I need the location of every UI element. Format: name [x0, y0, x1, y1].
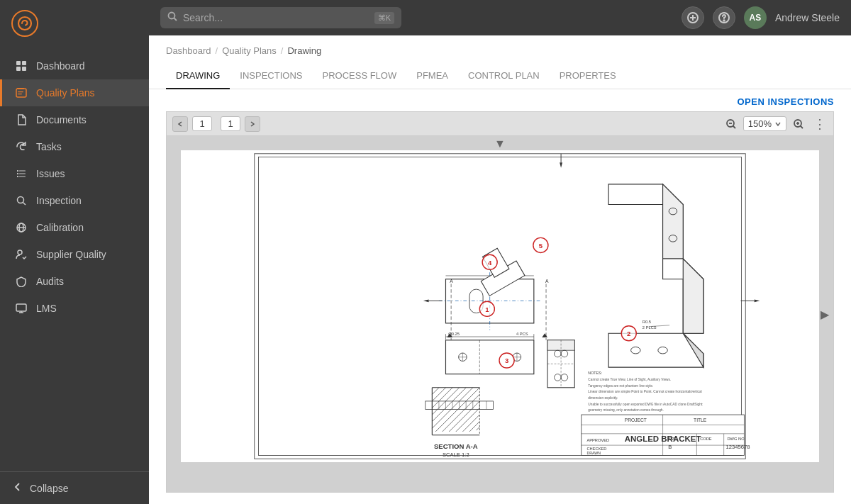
tab-drawing[interactable]: DRAWING — [166, 63, 230, 89]
svg-line-32 — [733, 125, 735, 128]
sidebar-item-issues[interactable]: Issues — [0, 160, 149, 187]
help-button[interactable] — [713, 6, 735, 29]
svg-text:2: 2 — [627, 330, 630, 337]
sidebar-item-label: Documents — [36, 114, 87, 125]
sidebar-item-lms[interactable]: LMS — [0, 295, 149, 322]
svg-text:dimension explicitly.: dimension explicitly. — [588, 396, 618, 400]
clipboard-icon — [15, 86, 28, 99]
svg-rect-12 — [19, 174, 26, 174]
svg-text:Unable to successfully open ex: Unable to successfully open exported DWG… — [588, 403, 703, 406]
page-current: 1 — [192, 116, 212, 131]
breadcrumb-quality-plans[interactable]: Quality Plans — [222, 45, 277, 56]
svg-rect-7 — [18, 91, 23, 92]
tab-inspections[interactable]: INSPECTIONS — [230, 63, 312, 89]
search-box[interactable]: ⌘K — [160, 7, 401, 28]
svg-rect-21 — [16, 304, 26, 311]
svg-text:ANGLED BRACKET: ANGLED BRACKET — [625, 435, 701, 443]
svg-text:geometry missing, only annotat: geometry missing, only annotation comes … — [588, 408, 664, 412]
sidebar-item-documents[interactable]: Documents — [0, 106, 149, 133]
svg-rect-3 — [16, 67, 21, 71]
search-input[interactable] — [183, 12, 369, 23]
svg-rect-10 — [19, 171, 26, 172]
chevron-left-icon — [13, 482, 23, 494]
page-navigation: 1 1 — [172, 116, 260, 132]
tab-propertes[interactable]: PROPERTES — [550, 63, 626, 89]
sidebar-item-inspection[interactable]: Inspection — [0, 187, 149, 214]
sidebar-navigation: Dashboard Quality Plans Documents — [0, 47, 149, 471]
app-logo[interactable] — [11, 10, 38, 37]
open-inspections-button[interactable]: OPEN INSPECTIONS — [737, 96, 834, 107]
topbar-actions: AS Andrew Steele — [682, 6, 840, 29]
sidebar-item-label: Quality Plans — [36, 87, 94, 99]
globe-icon — [15, 221, 28, 234]
svg-point-15 — [18, 197, 24, 203]
breadcrumb-current: Drawing — [287, 45, 321, 56]
drawing-canvas[interactable]: ▼ — [167, 136, 833, 492]
sidebar-item-supplier-quality[interactable]: Supplier Quality — [0, 241, 149, 268]
zoom-controls: 150% — [723, 116, 806, 132]
breadcrumb: Dashboard / Quality Plans / Drawing — [149, 35, 851, 56]
sidebar-item-quality-plans[interactable]: Quality Plans — [0, 79, 149, 106]
viewer-toolbar: 1 1 — [167, 112, 833, 136]
tab-pfmea[interactable]: PFMEA — [406, 63, 458, 89]
svg-rect-13 — [17, 176, 18, 177]
svg-point-24 — [169, 13, 175, 19]
user-check-icon — [15, 248, 28, 261]
sidebar-item-label: Audits — [36, 276, 64, 287]
sidebar-item-tasks[interactable]: Tasks — [0, 133, 149, 160]
svg-marker-148 — [755, 299, 760, 302]
more-options-button[interactable]: ⋮ — [812, 116, 828, 132]
topbar: ⌘K AS Andrew Steele — [149, 0, 851, 35]
user-avatar[interactable]: AS — [744, 6, 767, 29]
page-next-button[interactable] — [245, 116, 260, 132]
main-content: ⌘K AS Andrew Steele Dashboard — [149, 0, 851, 504]
monitor-icon — [15, 302, 28, 315]
svg-rect-11 — [17, 173, 18, 174]
svg-line-35 — [801, 125, 803, 128]
breadcrumb-sep-2: / — [281, 45, 284, 56]
zoom-out-button[interactable] — [723, 116, 739, 132]
page-total: 1 — [221, 116, 240, 131]
svg-rect-1 — [16, 61, 21, 65]
zoom-level-selector[interactable]: 150% — [743, 116, 786, 131]
drawing-container: OPEN INSPECTIONS 1 1 — [149, 89, 851, 504]
svg-text:5: 5 — [539, 242, 543, 250]
sidebar-item-label: LMS — [36, 303, 57, 314]
svg-point-20 — [18, 250, 22, 254]
breadcrumb-dashboard[interactable]: Dashboard — [166, 45, 211, 56]
tab-control-plan[interactable]: CONTROL PLAN — [458, 63, 550, 89]
tab-bar: DRAWING INSPECTIONS PROCESS FLOW PFMEA C… — [149, 63, 851, 89]
svg-text:PROJECT: PROJECT — [625, 418, 647, 422]
sidebar-item-audits[interactable]: Audits — [0, 268, 149, 295]
svg-text:4: 4 — [488, 259, 492, 267]
search-icon — [167, 11, 177, 24]
svg-text:Cannot create True View, Line : Cannot create True View, Line of Sight, … — [588, 378, 671, 381]
sidebar-item-dashboard[interactable]: Dashboard — [0, 52, 149, 79]
svg-text:DWG NO: DWG NO — [727, 437, 745, 441]
svg-text:2 PLCS: 2 PLCS — [643, 325, 657, 330]
content-area: Dashboard / Quality Plans / Drawing DRAW… — [149, 35, 851, 504]
sidebar-item-calibration[interactable]: Calibration — [0, 214, 149, 241]
collapse-label: Collapse — [30, 483, 68, 494]
sidebar-item-label: Inspection — [36, 195, 82, 206]
scroll-up-indicator: ▼ — [494, 138, 506, 150]
collapse-button[interactable]: Collapse — [0, 471, 149, 504]
svg-line-16 — [23, 203, 26, 206]
user-name: Andrew Steele — [775, 12, 840, 23]
svg-rect-14 — [19, 177, 26, 177]
svg-point-0 — [18, 17, 31, 30]
svg-text:SECTION A-A: SECTION A-A — [434, 442, 478, 450]
sidebar-item-label: Issues — [36, 168, 65, 179]
svg-text:A: A — [450, 279, 453, 284]
refresh-icon — [15, 140, 28, 153]
tab-process-flow[interactable]: PROCESS FLOW — [312, 63, 406, 89]
shield-icon — [15, 275, 28, 288]
svg-rect-9 — [17, 170, 18, 172]
svg-text:SIZE: SIZE — [668, 437, 677, 441]
zoom-in-button[interactable] — [791, 116, 806, 132]
page-prev-button[interactable] — [172, 116, 188, 132]
svg-rect-2 — [22, 61, 26, 65]
svg-text:Linear dimension are simple Po: Linear dimension are simple Point to Poi… — [588, 390, 701, 393]
svg-text:DRAWN: DRAWN — [586, 451, 601, 455]
add-button[interactable] — [682, 6, 704, 29]
